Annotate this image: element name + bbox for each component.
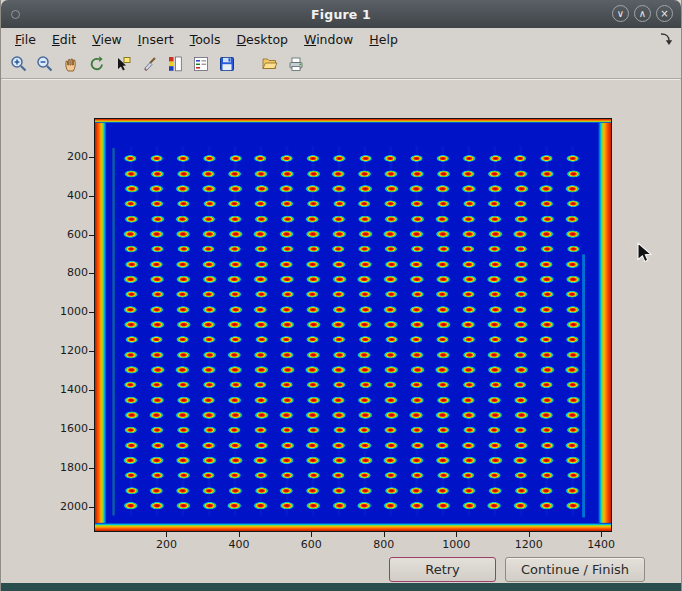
x-tick-mark — [311, 532, 312, 537]
y-tick-label: 600 — [46, 228, 88, 241]
x-tick-mark — [529, 532, 530, 537]
save-button[interactable] — [216, 53, 237, 75]
y-tick-label: 800 — [46, 266, 88, 279]
brush-button[interactable] — [138, 53, 159, 75]
zoom-in-icon — [10, 55, 28, 73]
zoom-out-icon — [36, 55, 54, 73]
heatmap-image — [95, 119, 611, 531]
titlebar[interactable]: Figure 1 ∨ ∧ × — [1, 0, 681, 28]
menu-edit[interactable]: Edit — [44, 29, 84, 50]
retry-button[interactable]: Retry — [389, 557, 496, 582]
print-button[interactable] — [285, 53, 306, 75]
pan-hand-icon — [62, 55, 80, 73]
brush-icon — [140, 55, 158, 73]
colorbar-icon — [166, 55, 184, 73]
y-tick-label: 1800 — [46, 461, 88, 474]
menu-tools[interactable]: Tools — [182, 29, 229, 50]
y-tick-mark — [89, 196, 94, 197]
y-tick-mark — [89, 351, 94, 352]
y-tick-mark — [89, 390, 94, 391]
insert-colorbar-button[interactable] — [164, 53, 185, 75]
y-tick-label: 400 — [46, 189, 88, 202]
x-tick-label: 1200 — [507, 538, 551, 551]
data-cursor-icon — [114, 55, 132, 73]
dock-figure-icon[interactable] — [659, 31, 674, 50]
legend-icon — [192, 55, 210, 73]
insert-legend-button[interactable] — [190, 53, 211, 75]
y-tick-label: 1400 — [46, 383, 88, 396]
menu-insert[interactable]: Insert — [130, 29, 182, 50]
print-icon — [287, 55, 305, 73]
x-tick-label: 200 — [144, 538, 188, 551]
x-tick-mark — [239, 532, 240, 537]
menu-file[interactable]: File — [7, 29, 44, 50]
pan-button[interactable] — [60, 53, 81, 75]
figure-toolbar — [1, 50, 681, 79]
plot-area[interactable] — [94, 118, 612, 532]
y-tick-mark — [89, 157, 94, 158]
x-tick-label: 800 — [362, 538, 406, 551]
x-tick-label: 1400 — [579, 538, 623, 551]
x-tick-mark — [166, 532, 167, 537]
mouse-cursor-icon — [637, 242, 653, 270]
y-tick-label: 2000 — [46, 500, 88, 513]
zoom-out-button[interactable] — [34, 53, 55, 75]
menu-view[interactable]: View — [84, 29, 130, 50]
y-tick-label: 200 — [46, 150, 88, 163]
menu-desktop[interactable]: Desktop — [228, 29, 296, 50]
continue-finish-button[interactable]: Continue / Finish — [505, 557, 645, 582]
x-tick-label: 1000 — [434, 538, 478, 551]
y-tick-label: 1200 — [46, 344, 88, 357]
y-tick-label: 1600 — [46, 422, 88, 435]
menu-help[interactable]: Help — [361, 29, 406, 50]
window-title: Figure 1 — [1, 7, 681, 22]
zoom-in-button[interactable] — [8, 53, 29, 75]
y-tick-mark — [89, 429, 94, 430]
y-tick-mark — [89, 235, 94, 236]
figure-canvas: 2004006008001000120014001600180020002004… — [2, 79, 680, 583]
x-tick-mark — [384, 532, 385, 537]
toolbar-separator — [242, 53, 254, 75]
menu-window[interactable]: Window — [296, 29, 361, 50]
open-folder-icon — [261, 55, 279, 73]
rotate-3d-button[interactable] — [86, 53, 107, 75]
x-tick-mark — [601, 532, 602, 537]
data-cursor-button[interactable] — [112, 53, 133, 75]
window-bottom-edge — [1, 583, 681, 591]
figure-window: Figure 1 ∨ ∧ × FileEditViewInsertToolsDe… — [0, 0, 682, 591]
maximize-button[interactable]: ∧ — [634, 5, 651, 22]
y-tick-mark — [89, 312, 94, 313]
menubar-items: FileEditViewInsertToolsDesktopWindowHelp — [7, 29, 406, 50]
x-tick-label: 400 — [217, 538, 261, 551]
close-button[interactable]: × — [656, 5, 673, 22]
x-tick-mark — [456, 532, 457, 537]
y-tick-mark — [89, 507, 94, 508]
y-tick-mark — [89, 468, 94, 469]
menubar: FileEditViewInsertToolsDesktopWindowHelp — [1, 28, 681, 50]
save-icon — [218, 55, 236, 73]
minimize-button[interactable]: ∨ — [612, 5, 629, 22]
x-tick-label: 600 — [289, 538, 333, 551]
y-tick-mark — [89, 273, 94, 274]
y-tick-label: 1000 — [46, 305, 88, 318]
open-file-button[interactable] — [259, 53, 280, 75]
rotate-3d-icon — [88, 55, 106, 73]
